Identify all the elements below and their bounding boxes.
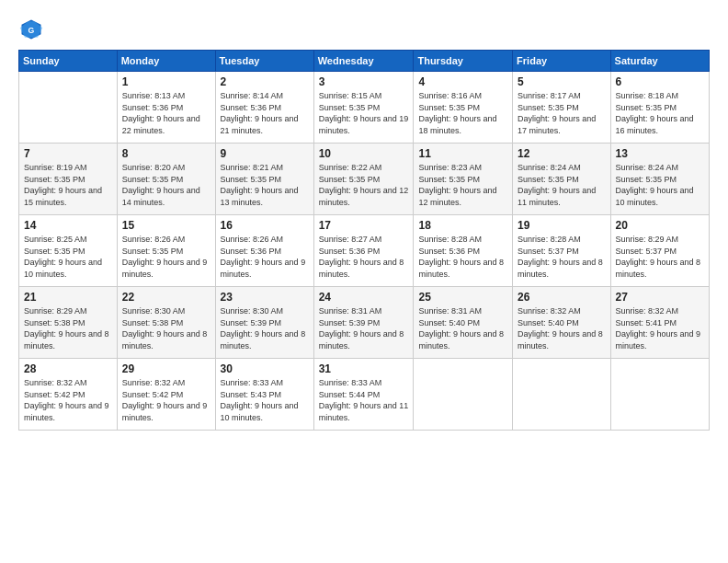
day-header-friday: Friday (513, 51, 610, 72)
day-info: Sunrise: 8:29 AMSunset: 5:37 PMDaylight:… (616, 234, 704, 280)
day-number: 21 (24, 291, 112, 304)
day-cell: 3 Sunrise: 8:15 AMSunset: 5:35 PMDayligh… (313, 72, 414, 144)
day-cell: 25 Sunrise: 8:31 AMSunset: 5:40 PMDaylig… (414, 287, 513, 359)
day-cell (19, 72, 118, 144)
day-info: Sunrise: 8:25 AMSunset: 5:35 PMDaylight:… (24, 234, 112, 280)
day-info: Sunrise: 8:33 AMSunset: 5:44 PMDaylight:… (319, 377, 409, 423)
day-cell: 7 Sunrise: 8:19 AMSunset: 5:35 PMDayligh… (19, 144, 118, 215)
day-number: 6 (616, 75, 704, 88)
day-info: Sunrise: 8:24 AMSunset: 5:35 PMDaylight:… (616, 162, 704, 208)
day-cell: 16 Sunrise: 8:26 AMSunset: 5:36 PMDaylig… (215, 215, 313, 287)
day-cell: 23 Sunrise: 8:30 AMSunset: 5:39 PMDaylig… (215, 287, 313, 359)
day-number: 9 (221, 147, 309, 160)
day-number: 13 (616, 147, 704, 160)
day-cell: 4 Sunrise: 8:16 AMSunset: 5:35 PMDayligh… (414, 72, 513, 144)
header-row: SundayMondayTuesdayWednesdayThursdayFrid… (19, 51, 710, 72)
day-cell: 14 Sunrise: 8:25 AMSunset: 5:35 PMDaylig… (19, 215, 118, 287)
week-row-1: 7 Sunrise: 8:19 AMSunset: 5:35 PMDayligh… (19, 144, 710, 215)
day-cell: 19 Sunrise: 8:28 AMSunset: 5:37 PMDaylig… (513, 215, 610, 287)
day-number: 3 (319, 75, 409, 88)
day-cell: 2 Sunrise: 8:14 AMSunset: 5:36 PMDayligh… (215, 72, 313, 144)
day-number: 7 (24, 147, 112, 160)
day-number: 29 (122, 362, 210, 375)
day-info: Sunrise: 8:17 AMSunset: 5:35 PMDaylight:… (518, 90, 605, 136)
day-cell: 6 Sunrise: 8:18 AMSunset: 5:35 PMDayligh… (610, 72, 709, 144)
day-info: Sunrise: 8:23 AMSunset: 5:35 PMDaylight:… (418, 162, 507, 208)
day-header-wednesday: Wednesday (313, 51, 414, 72)
day-cell: 15 Sunrise: 8:26 AMSunset: 5:35 PMDaylig… (117, 215, 215, 287)
day-info: Sunrise: 8:26 AMSunset: 5:35 PMDaylight:… (122, 234, 210, 280)
day-number: 1 (122, 75, 210, 88)
day-cell: 12 Sunrise: 8:24 AMSunset: 5:35 PMDaylig… (513, 144, 610, 215)
day-info: Sunrise: 8:30 AMSunset: 5:39 PMDaylight:… (221, 305, 309, 351)
day-info: Sunrise: 8:21 AMSunset: 5:35 PMDaylight:… (221, 162, 309, 208)
day-cell: 28 Sunrise: 8:32 AMSunset: 5:42 PMDaylig… (19, 359, 118, 431)
day-header-saturday: Saturday (610, 51, 709, 72)
day-info: Sunrise: 8:22 AMSunset: 5:35 PMDaylight:… (319, 162, 409, 208)
day-cell: 18 Sunrise: 8:28 AMSunset: 5:36 PMDaylig… (414, 215, 513, 287)
header: G (18, 17, 710, 42)
day-number: 11 (418, 147, 507, 160)
day-header-sunday: Sunday (19, 51, 118, 72)
day-number: 8 (122, 147, 210, 160)
day-cell: 26 Sunrise: 8:32 AMSunset: 5:40 PMDaylig… (513, 287, 610, 359)
day-cell: 11 Sunrise: 8:23 AMSunset: 5:35 PMDaylig… (414, 144, 513, 215)
day-number: 2 (221, 75, 309, 88)
day-header-thursday: Thursday (414, 51, 513, 72)
day-number: 22 (122, 291, 210, 304)
day-number: 5 (518, 75, 605, 88)
day-cell (610, 359, 709, 431)
day-cell: 22 Sunrise: 8:30 AMSunset: 5:38 PMDaylig… (117, 287, 215, 359)
week-row-3: 21 Sunrise: 8:29 AMSunset: 5:38 PMDaylig… (19, 287, 710, 359)
day-info: Sunrise: 8:28 AMSunset: 5:36 PMDaylight:… (418, 234, 507, 280)
day-number: 16 (221, 219, 309, 232)
day-cell (513, 359, 610, 431)
page: G SundayMondayTuesdayWednesdayThursdayFr… (0, 0, 728, 563)
day-number: 24 (319, 291, 409, 304)
day-header-tuesday: Tuesday (215, 51, 313, 72)
day-info: Sunrise: 8:32 AMSunset: 5:42 PMDaylight:… (122, 377, 210, 423)
day-info: Sunrise: 8:28 AMSunset: 5:37 PMDaylight:… (518, 234, 605, 280)
day-header-monday: Monday (117, 51, 215, 72)
day-number: 20 (616, 219, 704, 232)
day-info: Sunrise: 8:29 AMSunset: 5:38 PMDaylight:… (24, 305, 112, 351)
day-number: 31 (319, 362, 409, 375)
day-info: Sunrise: 8:31 AMSunset: 5:39 PMDaylight:… (319, 305, 409, 351)
day-number: 27 (616, 291, 704, 304)
day-info: Sunrise: 8:31 AMSunset: 5:40 PMDaylight:… (418, 305, 507, 351)
svg-text:G: G (28, 26, 35, 35)
day-number: 23 (221, 291, 309, 304)
day-cell: 24 Sunrise: 8:31 AMSunset: 5:39 PMDaylig… (313, 287, 414, 359)
day-info: Sunrise: 8:24 AMSunset: 5:35 PMDaylight:… (518, 162, 605, 208)
day-cell: 13 Sunrise: 8:24 AMSunset: 5:35 PMDaylig… (610, 144, 709, 215)
day-info: Sunrise: 8:32 AMSunset: 5:40 PMDaylight:… (518, 305, 605, 351)
calendar-header: SundayMondayTuesdayWednesdayThursdayFrid… (19, 51, 710, 72)
day-number: 14 (24, 219, 112, 232)
day-cell: 5 Sunrise: 8:17 AMSunset: 5:35 PMDayligh… (513, 72, 610, 144)
week-row-4: 28 Sunrise: 8:32 AMSunset: 5:42 PMDaylig… (19, 359, 710, 431)
day-info: Sunrise: 8:18 AMSunset: 5:35 PMDaylight:… (616, 90, 704, 136)
day-info: Sunrise: 8:13 AMSunset: 5:36 PMDaylight:… (122, 90, 210, 136)
day-number: 30 (221, 362, 309, 375)
week-row-2: 14 Sunrise: 8:25 AMSunset: 5:35 PMDaylig… (19, 215, 710, 287)
day-info: Sunrise: 8:32 AMSunset: 5:41 PMDaylight:… (616, 305, 704, 351)
day-info: Sunrise: 8:19 AMSunset: 5:35 PMDaylight:… (24, 162, 112, 208)
logo-icon: G (18, 17, 44, 42)
day-cell: 21 Sunrise: 8:29 AMSunset: 5:38 PMDaylig… (19, 287, 118, 359)
day-info: Sunrise: 8:27 AMSunset: 5:36 PMDaylight:… (319, 234, 409, 280)
day-cell: 31 Sunrise: 8:33 AMSunset: 5:44 PMDaylig… (313, 359, 414, 431)
day-cell (414, 359, 513, 431)
day-info: Sunrise: 8:32 AMSunset: 5:42 PMDaylight:… (24, 377, 112, 423)
day-cell: 27 Sunrise: 8:32 AMSunset: 5:41 PMDaylig… (610, 287, 709, 359)
day-cell: 30 Sunrise: 8:33 AMSunset: 5:43 PMDaylig… (215, 359, 313, 431)
day-info: Sunrise: 8:33 AMSunset: 5:43 PMDaylight:… (221, 377, 309, 423)
day-number: 4 (418, 75, 507, 88)
logo: G (18, 17, 48, 42)
day-cell: 9 Sunrise: 8:21 AMSunset: 5:35 PMDayligh… (215, 144, 313, 215)
day-number: 12 (518, 147, 605, 160)
day-info: Sunrise: 8:20 AMSunset: 5:35 PMDaylight:… (122, 162, 210, 208)
day-cell: 8 Sunrise: 8:20 AMSunset: 5:35 PMDayligh… (117, 144, 215, 215)
day-info: Sunrise: 8:15 AMSunset: 5:35 PMDaylight:… (319, 90, 409, 136)
day-number: 25 (418, 291, 507, 304)
day-cell: 17 Sunrise: 8:27 AMSunset: 5:36 PMDaylig… (313, 215, 414, 287)
